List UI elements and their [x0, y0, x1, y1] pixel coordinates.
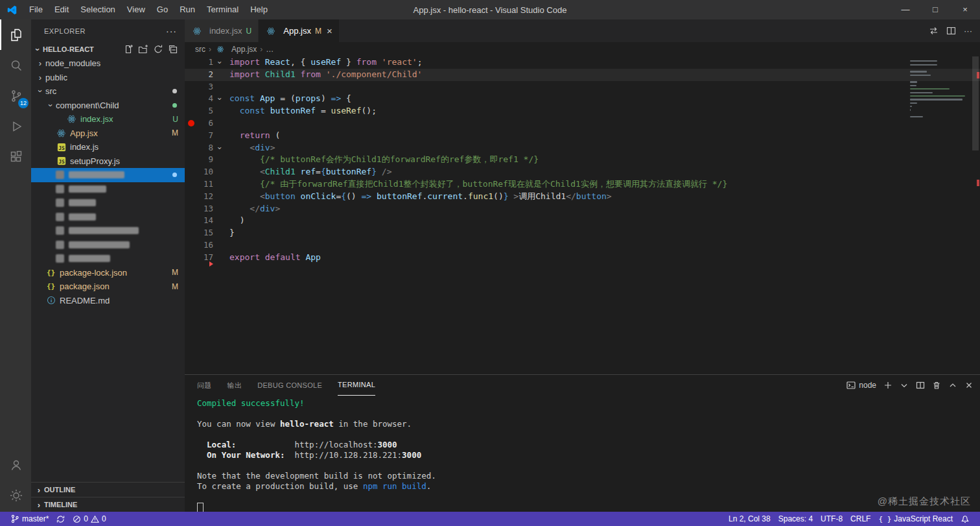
extensions-icon[interactable] [0, 141, 31, 172]
new-terminal-button[interactable] [883, 381, 892, 390]
glyph-margin[interactable] [185, 105, 199, 117]
close-window-button[interactable]: × [950, 0, 980, 19]
glyph-margin[interactable] [185, 239, 199, 252]
glyph-margin[interactable] [185, 56, 199, 69]
search-icon[interactable] [0, 50, 31, 80]
tree-item-package.json[interactable]: {}package.jsonM [31, 280, 185, 294]
glyph-margin[interactable] [185, 93, 199, 105]
menu-selection[interactable]: Selection [75, 0, 121, 19]
menu-run[interactable]: Run [174, 0, 201, 19]
tree-item-index.js[interactable]: JSindex.js [31, 140, 185, 154]
code-line-10[interactable]: 10 <Child1 ref={buttonRef} /> [185, 166, 980, 178]
sidebar-section-outline[interactable]: ›OUTLINE [31, 482, 185, 497]
tree-item-redacted[interactable] [31, 182, 185, 197]
minimap[interactable] [907, 58, 970, 117]
glyph-margin[interactable] [185, 191, 199, 203]
tree-item-index.jsx[interactable]: index.jsxU [31, 112, 185, 126]
close-panel-button[interactable] [964, 381, 974, 390]
refresh-button[interactable] [153, 44, 163, 54]
sidebar-section-timeline[interactable]: ›TIMELINE [31, 497, 185, 512]
glyph-margin[interactable] [185, 166, 199, 178]
glyph-margin[interactable] [185, 142, 199, 154]
tree-item-setupproxy.js[interactable]: JSsetupProxy.js [31, 154, 185, 169]
panel-tab-输出[interactable]: 输出 [228, 376, 242, 396]
tree-item-public[interactable]: ›public [31, 71, 185, 85]
settings-gear-icon[interactable] [0, 480, 31, 510]
fold-gutter[interactable]: › [213, 56, 226, 69]
panel-tab-问题[interactable]: 问题 [197, 376, 212, 396]
terminal-dropdown-chevron-icon[interactable] [900, 381, 909, 390]
new-folder-button[interactable] [138, 44, 148, 54]
encoding-status[interactable]: UTF-8 [817, 512, 846, 526]
code-editor[interactable]: 1›import React, { useRef } from 'react';… [185, 56, 980, 374]
accounts-icon[interactable] [0, 449, 31, 480]
breadcrumb-item-file[interactable]: App.jsx [215, 45, 257, 54]
fold-chevron-icon[interactable]: › [213, 145, 226, 150]
tree-item-component-child[interactable]: ›component\Child [31, 99, 185, 113]
tree-item-src[interactable]: ›src [31, 84, 185, 99]
code-line-14[interactable]: 14 ) [185, 215, 980, 227]
tree-item-app.jsx[interactable]: App.jsxM [31, 126, 185, 141]
project-section-header[interactable]: › HELLO-REACT [31, 42, 185, 56]
kill-terminal-button[interactable] [932, 381, 941, 390]
terminal-output[interactable]: Compiled successfully! You can now view … [185, 396, 980, 512]
terminal-shell-select[interactable]: node [846, 381, 876, 390]
eol-status[interactable]: CRLF [846, 512, 874, 526]
menu-terminal[interactable]: Terminal [201, 0, 244, 19]
tab-index-jsx[interactable]: index.jsx U [185, 19, 259, 42]
fold-chevron-icon[interactable]: › [213, 97, 226, 101]
tree-item-package-lock.json[interactable]: {}package-lock.jsonM [31, 266, 185, 280]
code-line-13[interactable]: 13 </div> [185, 203, 980, 215]
menu-help[interactable]: Help [244, 0, 274, 19]
editor-scrollbar[interactable] [971, 56, 980, 374]
notifications-bell[interactable] [957, 512, 974, 526]
glyph-margin[interactable] [185, 69, 199, 81]
language-mode-status[interactable]: { } JavaScript React [874, 512, 957, 526]
split-editor-button[interactable] [946, 26, 956, 36]
tree-item-redacted[interactable] [31, 196, 185, 210]
glyph-margin[interactable] [185, 117, 199, 130]
tree-item-redacted[interactable] [31, 168, 185, 182]
code-line-16[interactable]: 16 [185, 239, 980, 252]
fold-gutter[interactable]: › [213, 142, 226, 154]
more-actions-icon[interactable]: ··· [964, 26, 972, 36]
menu-go[interactable]: Go [151, 0, 174, 19]
fold-gutter[interactable]: › [213, 93, 226, 105]
problems-status[interactable]: 0 0 [69, 512, 110, 526]
code-line-2[interactable]: 2import Child1 from './component/Child' [185, 69, 980, 81]
panel-tab-debug-console[interactable]: DEBUG CONSOLE [257, 376, 322, 396]
code-line-5[interactable]: 5 const buttonRef = useRef(); [185, 105, 980, 117]
run-debug-icon[interactable] [0, 111, 31, 141]
glyph-margin[interactable] [185, 178, 199, 191]
tab-app-jsx[interactable]: App.jsx M × [259, 19, 339, 42]
new-file-button[interactable] [123, 44, 134, 54]
code-line-6[interactable]: 6 [185, 117, 980, 130]
code-line-8[interactable]: 8› <div> [185, 142, 980, 154]
tree-item-redacted[interactable] [31, 210, 185, 224]
code-line-4[interactable]: 4›const App = (props) => { [185, 93, 980, 105]
maximize-panel-button[interactable] [948, 381, 957, 390]
glyph-margin[interactable] [185, 154, 199, 166]
code-line-7[interactable]: 7 return ( [185, 130, 980, 142]
scrollbar-thumb[interactable] [972, 56, 979, 150]
maximize-button[interactable]: □ [920, 0, 950, 19]
cursor-position-status[interactable]: Ln 2, Col 38 [725, 512, 775, 526]
code-line-3[interactable]: 3 [185, 81, 980, 93]
tree-item-redacted[interactable] [31, 252, 185, 266]
breadcrumb-item-src[interactable]: src [195, 45, 205, 54]
more-actions-icon[interactable]: ··· [166, 26, 177, 36]
glyph-margin[interactable] [185, 215, 199, 227]
minimize-button[interactable]: — [891, 0, 920, 19]
menu-file[interactable]: File [23, 0, 49, 19]
indentation-status[interactable]: Spaces: 4 [775, 512, 817, 526]
code-line-1[interactable]: 1›import React, { useRef } from 'react'; [185, 56, 980, 69]
git-branch-status[interactable]: master* [6, 512, 52, 526]
code-line-11[interactable]: 11 {/* 由于forwardRef直接把Child1整个封装好了，butto… [185, 178, 980, 191]
close-tab-icon[interactable]: × [327, 25, 332, 36]
breadcrumb-item-symbol[interactable]: … [266, 45, 274, 54]
source-control-icon[interactable]: 12 [0, 80, 31, 111]
tree-item-node-modules[interactable]: ›node_modules [31, 56, 185, 71]
menu-view[interactable]: View [121, 0, 151, 19]
explorer-icon[interactable] [0, 19, 31, 50]
code-line-12[interactable]: 12 <button onClick={() => buttonRef.curr… [185, 191, 980, 203]
